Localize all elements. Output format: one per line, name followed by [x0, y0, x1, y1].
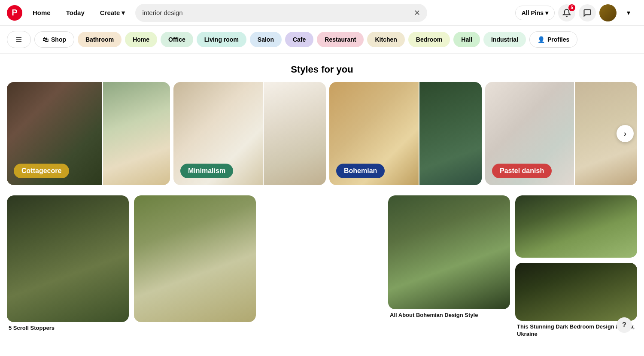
- avatar[interactable]: [599, 4, 617, 21]
- minimalism-label: Minimalism: [180, 164, 233, 178]
- filter-profiles-label: Profiles: [547, 36, 569, 43]
- filter-salon[interactable]: Salon: [250, 32, 282, 47]
- filter-office-label: Office: [168, 36, 185, 43]
- filter-shop-label: Shop: [51, 36, 66, 43]
- style-card-pastel-danish[interactable]: Pastel danish ›: [485, 82, 637, 185]
- filter-bedroom[interactable]: Bedroom: [408, 32, 450, 47]
- filter-kitchen[interactable]: Kitchen: [367, 32, 404, 47]
- notification-badge: 5: [568, 4, 575, 11]
- filter-profiles[interactable]: 👤 Profiles: [529, 31, 577, 48]
- pastel-danish-label: Pastel danish: [492, 164, 552, 178]
- all-pins-dropdown[interactable]: All Pins ▾: [515, 6, 555, 20]
- profiles-icon: 👤: [538, 36, 545, 43]
- header: P Home Today Create ▾ ✕ All Pins ▾ 5 ▾: [0, 0, 644, 26]
- pin-card-desk[interactable]: All About Bohemian Design Style: [388, 195, 510, 319]
- bohemian-label: Bohemian: [336, 164, 385, 178]
- pin-col-2: [134, 195, 256, 338]
- filter-kitchen-label: Kitchen: [375, 36, 397, 43]
- filter-restaurant-label: Restaurant: [325, 36, 356, 43]
- search-clear-icon[interactable]: ✕: [414, 8, 420, 18]
- pin-card-bookshelf[interactable]: 5 Scroll Stoppers: [7, 195, 129, 332]
- style-card-bohemian[interactable]: Bohemian: [329, 82, 482, 185]
- pins-grid: 5 Scroll Stoppers All About Bohemian Des…: [7, 195, 637, 338]
- pin-col-5: This Stunning Dark Bedroom Design In Lvi…: [515, 195, 637, 338]
- filter-shop[interactable]: 🛍 Shop: [34, 31, 74, 48]
- pin-caption-bookshelf: 5 Scroll Stoppers: [7, 322, 129, 332]
- filter-bathroom-label: Bathroom: [85, 36, 114, 43]
- shop-icon: 🛍: [43, 36, 49, 43]
- pinterest-logo[interactable]: P: [7, 5, 22, 21]
- filter-bedroom-label: Bedroom: [416, 36, 442, 43]
- notifications-button[interactable]: 5: [558, 4, 575, 21]
- filter-home-label: Home: [133, 36, 149, 43]
- pin-card-sofa[interactable]: [134, 195, 256, 322]
- pin-caption-desk: All About Bohemian Design Style: [388, 309, 510, 319]
- pin-card-plants[interactable]: [515, 195, 637, 258]
- nav-today[interactable]: Today: [61, 6, 90, 20]
- nav-home[interactable]: Home: [27, 6, 56, 20]
- cottagecore-label: Cottagecore: [14, 164, 69, 178]
- filter-industrial[interactable]: Industrial: [483, 32, 526, 47]
- filter-hall-label: Hall: [461, 36, 472, 43]
- pin-col-3: [261, 195, 383, 338]
- help-button[interactable]: ?: [617, 317, 632, 333]
- pin-col-4: All About Bohemian Design Style: [388, 195, 510, 338]
- all-pins-chevron-icon: ▾: [545, 9, 548, 16]
- filter-hall[interactable]: Hall: [453, 32, 480, 47]
- header-right: All Pins ▾ 5 ▾: [515, 4, 637, 21]
- filter-cafe[interactable]: Cafe: [285, 32, 313, 47]
- search-input[interactable]: [142, 9, 410, 16]
- pin-card-dark-bedroom[interactable]: This Stunning Dark Bedroom Design In Lvi…: [515, 263, 637, 338]
- filter-cafe-label: Cafe: [293, 36, 306, 43]
- account-chevron-icon: ▾: [627, 9, 630, 17]
- filter-bar: 🛍 Shop Bathroom Home Office Living room …: [0, 26, 644, 54]
- account-chevron[interactable]: ▾: [620, 4, 637, 21]
- filter-living-room[interactable]: Living room: [197, 32, 246, 47]
- create-chevron-icon: ▾: [122, 9, 125, 17]
- style-card-cottagecore[interactable]: Cottagecore: [7, 82, 170, 185]
- nav-create[interactable]: Create ▾: [95, 6, 131, 20]
- messages-button[interactable]: [579, 4, 596, 21]
- filter-salon-label: Salon: [258, 36, 274, 43]
- pin-col-1: 5 Scroll Stoppers: [7, 195, 129, 338]
- styles-title: Styles for you: [7, 64, 637, 75]
- filter-restaurant[interactable]: Restaurant: [317, 32, 364, 47]
- filter-office[interactable]: Office: [161, 32, 193, 47]
- filter-home[interactable]: Home: [125, 32, 157, 47]
- filter-living-room-label: Living room: [204, 36, 239, 43]
- style-card-minimalism[interactable]: Minimalism: [173, 82, 326, 185]
- filter-industrial-label: Industrial: [491, 36, 518, 43]
- search-bar: ✕: [135, 4, 427, 22]
- styles-next-button[interactable]: ›: [617, 125, 634, 142]
- styles-section: Styles for you Cottagecore: [0, 54, 644, 192]
- filter-bathroom[interactable]: Bathroom: [78, 32, 122, 47]
- filter-settings-btn[interactable]: [7, 31, 31, 48]
- pins-section: 5 Scroll Stoppers All About Bohemian Des…: [0, 192, 644, 341]
- styles-row: Cottagecore Minimalism: [7, 82, 637, 185]
